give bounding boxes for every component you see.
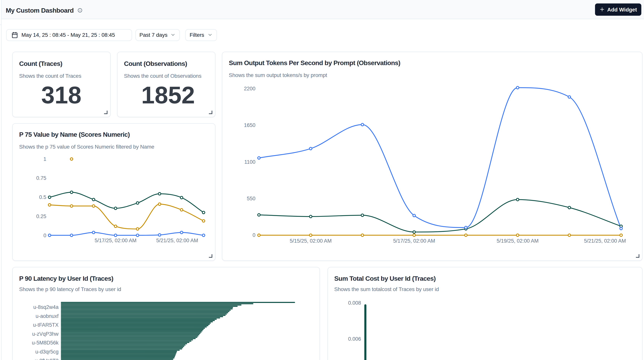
svg-text:550: 550 [247,196,256,201]
svg-text:u-5M8D56k: u-5M8D56k [32,340,58,346]
svg-text:u-d3qr5cg: u-d3qr5cg [35,349,58,355]
svg-text:1650: 1650 [244,122,256,128]
svg-text:5/17/25, 02:00 AM: 5/17/25, 02:00 AM [393,238,435,244]
svg-text:0: 0 [252,232,256,238]
svg-text:0.006: 0.006 [348,336,361,342]
svg-text:0: 0 [44,233,46,238]
svg-text:2200: 2200 [244,86,256,92]
svg-text:u-aobnuxf: u-aobnuxf [36,313,59,319]
svg-text:u-8sq2w4a: u-8sq2w4a [33,304,59,310]
svg-text:0.5: 0.5 [39,195,46,200]
svg-text:1: 1 [44,156,46,162]
svg-text:0.25: 0.25 [36,213,46,219]
svg-text:1100: 1100 [244,159,256,165]
svg-text:5/15/25, 02:00 AM: 5/15/25, 02:00 AM [290,238,332,244]
svg-text:5/21/25, 02:00 AM: 5/21/25, 02:00 AM [156,238,198,243]
svg-text:5/21/25, 02:00 AM: 5/21/25, 02:00 AM [584,238,626,244]
svg-text:u-8fVa9T3: u-8fVa9T3 [35,358,58,360]
svg-text:0.008: 0.008 [348,300,361,306]
svg-text:u-zVqP3hw: u-zVqP3hw [32,331,59,337]
svg-text:u-tFAR5TX: u-tFAR5TX [33,322,58,328]
svg-text:0.75: 0.75 [36,175,46,181]
svg-text:5/19/25, 02:00 AM: 5/19/25, 02:00 AM [497,238,538,244]
svg-text:5/17/25, 02:00 AM: 5/17/25, 02:00 AM [94,238,136,243]
